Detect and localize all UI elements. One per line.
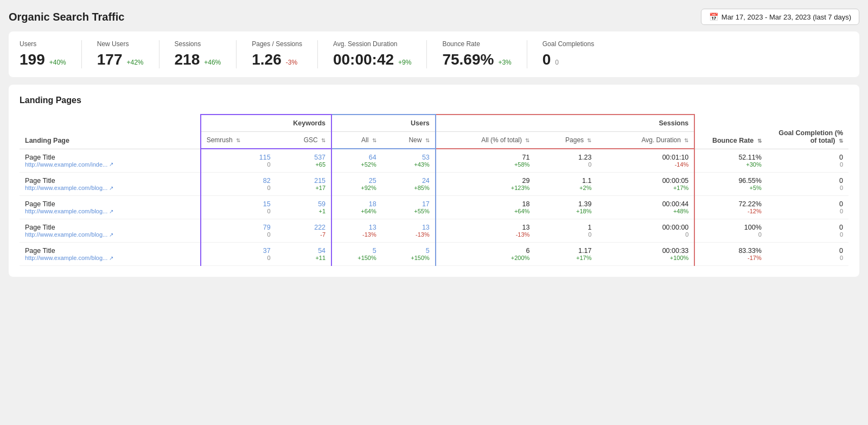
cell-change: -13% (387, 231, 430, 238)
metric-change: +3% (498, 59, 511, 66)
cell-value: 64 (369, 154, 376, 161)
data-cell: 00:01:10-14% (597, 149, 694, 173)
metric-item-3: Pages / Sessions1.26-3% (252, 40, 318, 68)
landing-pages-table: Landing Page Keywords Users Sessions Bou… (20, 114, 848, 266)
new-users-filter-icon[interactable]: ⇅ (425, 137, 430, 143)
cell-value: 13 (522, 224, 529, 231)
goal-completion-cell: 0 0 (767, 173, 848, 196)
bounce-change: +30% (700, 161, 761, 168)
cell-value: 222 (314, 224, 326, 231)
metric-value: 1.26 (252, 51, 282, 68)
table-row: Page Title http://www.example.com/inde..… (20, 149, 848, 173)
goal-value: 0 (839, 247, 843, 255)
metric-item-5: Bounce Rate75.69%+3% (442, 40, 527, 68)
cell-value: 13 (369, 224, 376, 231)
cell-change: 0 (540, 231, 591, 238)
cell-change: +1 (282, 208, 326, 214)
cell-value: 25 (369, 177, 376, 185)
semrush-filter-icon[interactable]: ⇅ (236, 137, 240, 143)
table-row: Page Title http://www.example.com/blog..… (20, 196, 848, 219)
data-cell: 18+64% (331, 196, 382, 219)
cell-change: -13% (442, 231, 530, 238)
pages-filter-icon[interactable]: ⇅ (587, 137, 591, 143)
bounce-value: 83.33% (738, 247, 761, 255)
metric-label: Bounce Rate (442, 40, 511, 48)
page-url[interactable]: http://www.example.com/blog... ↗ (25, 185, 195, 191)
page-title-text: Page Title (25, 154, 195, 161)
cell-change: -14% (602, 161, 688, 168)
metric-value: 218 (175, 51, 200, 68)
cell-change: 0 (207, 255, 271, 261)
goal-change: 0 (773, 231, 843, 238)
metric-item-2: Sessions218+46% (175, 40, 237, 68)
table-row: Page Title http://www.example.com/blog..… (20, 219, 848, 243)
cell-change: +58% (442, 161, 530, 168)
cell-value: 37 (263, 247, 271, 255)
metric-label: New Users (97, 40, 144, 48)
cell-value: 17 (422, 200, 430, 208)
data-cell: 13-13% (331, 219, 382, 243)
gsc-filter-icon[interactable]: ⇅ (321, 137, 326, 143)
bounce-rate-header: Bounce Rate ⇅ (694, 115, 767, 149)
group-header-row: Landing Page Keywords Users Sessions Bou… (20, 115, 848, 132)
cell-change: +64% (442, 208, 530, 214)
goal-value: 0 (839, 154, 843, 161)
avg-duration-filter-icon[interactable]: ⇅ (684, 137, 688, 143)
all-users-filter-icon[interactable]: ⇅ (372, 137, 376, 143)
cell-value: 79 (263, 224, 271, 231)
data-cell: 370 (201, 243, 276, 266)
cell-value: 00:01:10 (662, 154, 689, 161)
cell-value: 18 (522, 200, 529, 208)
goal-completion-header: Goal Completion (% of total) ⇅ (767, 115, 848, 149)
date-range-button[interactable]: 📅 Mar 17, 2023 - Mar 23, 2023 (last 7 da… (701, 9, 859, 25)
landing-pages-section: Landing Pages Landing Page Keywords User… (9, 85, 859, 277)
cell-change: +2% (540, 185, 591, 191)
page-url[interactable]: http://www.example.com/blog... ↗ (25, 255, 195, 261)
metric-change: +9% (398, 59, 411, 66)
cell-change: +150% (387, 255, 430, 261)
all-sessions-filter-icon[interactable]: ⇅ (525, 137, 529, 143)
bounce-rate-cell: 52.11% +30% (694, 149, 767, 173)
metric-value: 00:00:42 (333, 51, 394, 68)
page-url[interactable]: http://www.example.com/inde... ↗ (25, 161, 195, 168)
landing-page-cell: Page Title http://www.example.com/inde..… (20, 149, 201, 173)
goal-value: 0 (839, 224, 843, 231)
cell-change: +123% (442, 185, 530, 191)
data-cell: 1.39+18% (535, 196, 597, 219)
cell-value: 59 (318, 200, 326, 208)
cell-change: +17% (540, 255, 591, 261)
all-users-col-header: All ⇅ (331, 132, 382, 149)
cell-change: +55% (387, 208, 430, 214)
cell-value: 82 (263, 177, 271, 185)
cell-value: 5 (373, 247, 376, 255)
landing-page-cell: Page Title http://www.example.com/blog..… (20, 243, 201, 266)
page-url[interactable]: http://www.example.com/blog... ↗ (25, 208, 195, 214)
metric-change: +42% (126, 59, 143, 66)
cell-change: +17% (602, 185, 688, 191)
goal-filter-icon[interactable]: ⇅ (839, 138, 843, 144)
cell-value: 71 (522, 154, 529, 161)
cell-change: +48% (602, 208, 688, 214)
cell-value: 215 (314, 177, 326, 185)
cell-value: 00:00:33 (662, 247, 689, 255)
data-cell: 64+52% (331, 149, 382, 173)
bounce-filter-icon[interactable]: ⇅ (757, 138, 762, 144)
section-title: Landing Pages (20, 96, 848, 105)
external-link-icon: ↗ (109, 185, 113, 191)
data-cell: 1.1+2% (535, 173, 597, 196)
data-cell: 1.17+17% (535, 243, 597, 266)
page-url[interactable]: http://www.example.com/blog... ↗ (25, 231, 195, 238)
data-cell: 25+92% (331, 173, 382, 196)
data-cell: 13-13% (382, 219, 436, 243)
metric-change: 0 (555, 59, 559, 66)
cell-change: +65 (282, 161, 326, 168)
bounce-change: -12% (700, 208, 761, 214)
cell-value: 00:00:00 (662, 224, 689, 231)
metric-label: Sessions (175, 40, 221, 48)
metric-item-1: New Users177+42% (97, 40, 159, 68)
table-row: Page Title http://www.example.com/blog..… (20, 173, 848, 196)
metric-value: 177 (97, 51, 123, 68)
external-link-icon: ↗ (109, 255, 113, 261)
goal-change: 0 (773, 161, 843, 168)
data-cell: 790 (201, 219, 276, 243)
